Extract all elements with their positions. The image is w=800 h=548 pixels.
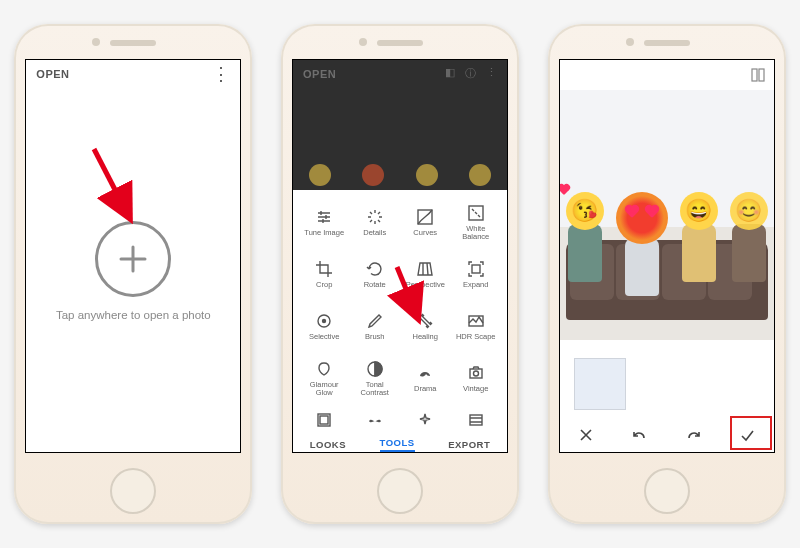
emoji-sticker-smile: 😄 bbox=[680, 192, 718, 230]
tool-tune-image[interactable]: Tune Image bbox=[299, 196, 350, 248]
compare-icon[interactable] bbox=[750, 67, 766, 83]
tool-more-1[interactable] bbox=[299, 404, 350, 436]
tool-white-balance[interactable]: White Balance bbox=[450, 196, 501, 248]
phone-frame-1: OPEN ⋮ Tap anywhere to open a photo bbox=[14, 24, 252, 524]
tab-looks[interactable]: LOOKS bbox=[310, 439, 346, 450]
film-icon bbox=[467, 411, 485, 429]
annotation-highlight-confirm bbox=[730, 416, 772, 450]
brush-icon bbox=[366, 312, 384, 330]
tool-drama[interactable]: Drama bbox=[400, 352, 451, 404]
overflow-menu-icon: ⋮ bbox=[486, 66, 497, 81]
tool-glamour-glow[interactable]: Glamour Glow bbox=[299, 352, 350, 404]
undo-button[interactable] bbox=[613, 426, 667, 444]
svg-rect-2 bbox=[472, 265, 480, 273]
open-photo-hint: Tap anywhere to open a photo bbox=[56, 309, 211, 321]
perspective-icon bbox=[416, 260, 434, 278]
phone-speaker bbox=[644, 40, 690, 46]
drama-icon bbox=[416, 364, 434, 382]
phone-camera bbox=[92, 38, 100, 46]
close-icon bbox=[577, 426, 595, 444]
svg-rect-10 bbox=[320, 416, 328, 424]
redo-button[interactable] bbox=[667, 426, 721, 444]
tool-perspective[interactable]: Perspective bbox=[400, 248, 451, 300]
info-icon: ⓘ bbox=[465, 66, 476, 81]
close-button[interactable] bbox=[560, 426, 614, 444]
tool-expand[interactable]: Expand bbox=[450, 248, 501, 300]
photo-canvas[interactable]: 😘 😄 😊 bbox=[560, 90, 774, 340]
details-icon bbox=[366, 208, 384, 226]
expand-icon bbox=[467, 260, 485, 278]
frames-icon bbox=[315, 411, 333, 429]
open-button-dim: OPEN bbox=[303, 68, 336, 80]
tonal-icon bbox=[366, 360, 384, 378]
svg-rect-12 bbox=[752, 69, 757, 81]
phone-frame-3: 😘 😄 😊 bbox=[548, 24, 786, 524]
tool-crop[interactable]: Crop bbox=[299, 248, 350, 300]
phone-camera bbox=[626, 38, 634, 46]
tab-tools[interactable]: TOOLS bbox=[380, 437, 415, 452]
plus-icon bbox=[115, 241, 151, 277]
tool-curves[interactable]: Curves bbox=[400, 196, 451, 248]
tool-grid: Tune Image Details Curves White Balance … bbox=[293, 190, 507, 404]
svg-rect-13 bbox=[759, 69, 764, 81]
emoji-sticker-grin: 😊 bbox=[730, 192, 768, 230]
sparkle-icon bbox=[416, 411, 434, 429]
phone-frame-2: OPEN ◧ ⓘ ⋮ Tune Image Details Curves bbox=[281, 24, 519, 524]
emoji-sticker-kiss: 😘 bbox=[566, 192, 604, 230]
selective-icon bbox=[315, 312, 333, 330]
screen-tools-panel: OPEN ◧ ⓘ ⋮ Tune Image Details Curves bbox=[293, 60, 507, 452]
screen-healing-editor: 😘 😄 😊 bbox=[560, 60, 774, 452]
phone-camera bbox=[359, 38, 367, 46]
screen-open-photo[interactable]: OPEN ⋮ Tap anywhere to open a photo bbox=[26, 60, 240, 452]
emoji-sticker-hearteyes bbox=[616, 192, 668, 244]
mustache-icon bbox=[366, 411, 384, 429]
tool-tonal-contrast[interactable]: Tonal Contrast bbox=[349, 352, 400, 404]
healing-icon bbox=[416, 312, 434, 330]
svg-point-4 bbox=[323, 319, 326, 322]
phone-speaker bbox=[110, 40, 156, 46]
tools-panel: Tune Image Details Curves White Balance … bbox=[293, 190, 507, 452]
tool-rotate[interactable]: Rotate bbox=[349, 248, 400, 300]
crop-icon bbox=[315, 260, 333, 278]
vintage-icon bbox=[467, 364, 485, 382]
tool-hdr-scape[interactable]: HDR Scape bbox=[450, 300, 501, 352]
tool-vintage[interactable]: Vintage bbox=[450, 352, 501, 404]
redo-icon bbox=[684, 426, 702, 444]
phone-speaker bbox=[377, 40, 423, 46]
tool-more-3[interactable] bbox=[400, 404, 451, 436]
tool-more-2[interactable] bbox=[349, 404, 400, 436]
svg-rect-11 bbox=[470, 415, 482, 425]
undo-icon bbox=[631, 426, 649, 444]
svg-point-8 bbox=[473, 371, 478, 376]
tab-export[interactable]: EXPORT bbox=[448, 439, 490, 450]
tool-brush[interactable]: Brush bbox=[349, 300, 400, 352]
tool-healing[interactable]: Healing bbox=[400, 300, 451, 352]
curves-icon bbox=[416, 208, 434, 226]
sliders-icon bbox=[315, 208, 333, 226]
tool-selective[interactable]: Selective bbox=[299, 300, 350, 352]
home-button[interactable] bbox=[110, 468, 156, 514]
layers-icon: ◧ bbox=[445, 66, 455, 81]
preview-area: OPEN ◧ ⓘ ⋮ bbox=[293, 60, 507, 190]
white-balance-icon bbox=[467, 204, 485, 222]
tool-more-4[interactable] bbox=[450, 404, 501, 436]
hdr-icon bbox=[467, 312, 485, 330]
navigator-thumbnail[interactable] bbox=[574, 358, 626, 410]
add-photo-button[interactable] bbox=[95, 221, 171, 297]
rotate-icon bbox=[366, 260, 384, 278]
bottom-tabs: LOOKS TOOLS EXPORT bbox=[293, 436, 507, 452]
home-button[interactable] bbox=[644, 468, 690, 514]
home-button[interactable] bbox=[377, 468, 423, 514]
tool-details[interactable]: Details bbox=[349, 196, 400, 248]
glow-icon bbox=[315, 360, 333, 378]
